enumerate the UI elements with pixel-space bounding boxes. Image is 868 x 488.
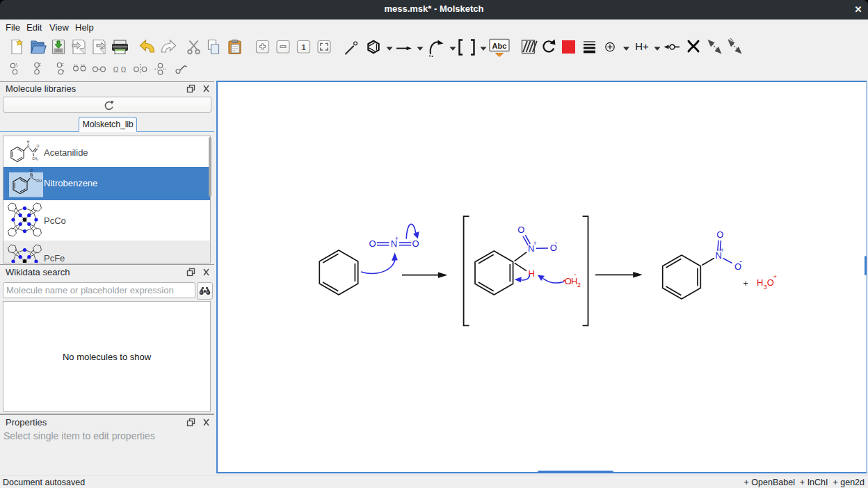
svg-text:-: - bbox=[555, 238, 558, 246]
svg-text:2: 2 bbox=[577, 282, 581, 288]
svg-text:OH: OH bbox=[36, 179, 42, 183]
svg-text:O: O bbox=[30, 168, 33, 172]
svg-text:O: O bbox=[517, 225, 524, 235]
svg-text:-: - bbox=[739, 257, 742, 265]
svg-text:Ω: Ω bbox=[121, 66, 127, 74]
svg-text:+: + bbox=[743, 278, 748, 288]
svg-text:Ω: Ω bbox=[113, 66, 119, 74]
svg-text:H: H bbox=[757, 277, 763, 288]
svg-text:Abc: Abc bbox=[492, 42, 507, 50]
svg-text:O: O bbox=[716, 229, 723, 240]
svg-text:CH: CH bbox=[32, 157, 37, 161]
svg-text:+: + bbox=[395, 235, 399, 242]
svg-text:1: 1 bbox=[301, 43, 305, 51]
svg-text:3: 3 bbox=[37, 158, 38, 161]
svg-text:O: O bbox=[412, 238, 419, 249]
svg-text:-: - bbox=[574, 270, 577, 278]
svg-text:O: O bbox=[369, 238, 376, 249]
svg-text:+: + bbox=[533, 240, 537, 247]
svg-text:+: + bbox=[773, 273, 777, 280]
svg-text:O: O bbox=[37, 144, 40, 148]
svg-text:H+: H+ bbox=[635, 40, 649, 52]
svg-text:H: H bbox=[27, 140, 30, 144]
